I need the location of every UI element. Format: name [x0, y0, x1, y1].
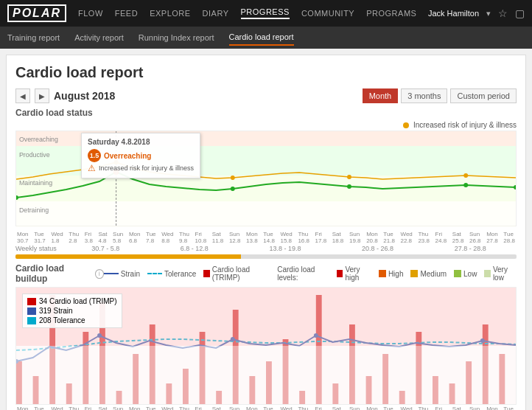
levels-label: Cardio load levels: [277, 265, 329, 282]
chart-legend: Increased risk of injury & illness [15, 121, 517, 129]
nav-diary[interactable]: DIARY [203, 9, 229, 18]
svg-text:Detraining: Detraining [19, 206, 49, 214]
polar-logo: POLAR [7, 4, 66, 22]
injury-risk-dot [403, 122, 409, 128]
tooltip-badge: 1.5 [88, 149, 101, 162]
low-zone-bg [16, 346, 516, 404]
three-months-button[interactable]: 3 months [401, 88, 447, 103]
cardio-load-value: 34 Cardio load (TRIMP) [27, 297, 117, 305]
sub-nav-activity[interactable]: Activity report [74, 30, 124, 45]
sub-nav-running[interactable]: Running Index report [139, 30, 214, 45]
svg-point-16 [463, 183, 468, 187]
sub-nav-cardio[interactable]: Cardio load report [229, 29, 294, 46]
buildup-header: Cardio load buildup i Strain Tolerance C… [15, 263, 517, 284]
tolerance-legend: Tolerance [147, 270, 196, 278]
buildup-legend: Strain Tolerance Cardio load (TRIMP) Car… [104, 265, 517, 282]
cardio-status-chart: Overreaching Productive Maintaining Detr… [15, 131, 517, 226]
svg-text:Productive: Productive [19, 151, 50, 159]
star-icon[interactable]: ☆ [498, 7, 508, 19]
cardio-load-label: Cardio load (TRIMP) [212, 265, 270, 282]
svg-point-15 [347, 184, 351, 189]
tolerance-label: Tolerance [164, 270, 196, 278]
svg-point-11 [463, 173, 468, 178]
nav-left: POLAR FLOW FEED EXPLORE DIARY PROGRESS C… [7, 4, 416, 22]
buildup-title-row: Cardio load buildup i [15, 263, 104, 284]
period-buttons: Month 3 months Custom period [363, 88, 517, 103]
svg-rect-2 [16, 176, 516, 201]
cardio-load-color [27, 298, 36, 305]
tolerance-value: 208 Tolerance [27, 316, 117, 324]
nav-community[interactable]: COMMUNITY [301, 9, 354, 18]
medium-legend: Medium [410, 270, 447, 278]
warning-icon: ⚠ [88, 163, 96, 173]
cardio-status-label: Cardio load status [15, 108, 517, 118]
cardio-load-value-label: 34 Cardio load (TRIMP) [39, 297, 117, 305]
weekly-status-label: Weekly status [15, 245, 57, 252]
svg-rect-3 [16, 201, 516, 227]
tolerance-line-icon [147, 273, 162, 274]
low-icon [454, 270, 461, 277]
buildup-inline-legend: 34 Cardio load (TRIMP) 319 Strain 208 To… [22, 293, 122, 328]
page-title: Cardio load report [15, 64, 517, 81]
high-icon [379, 270, 386, 277]
tolerance-color [27, 317, 36, 324]
month-button[interactable]: Month [363, 88, 399, 103]
main-content: Cardio load report ◀ ▶ August 2018 Month… [6, 55, 526, 410]
buildup-title: Cardio load buildup [15, 263, 93, 284]
nav-flow[interactable]: FLOW [78, 9, 103, 18]
very-high-icon [337, 270, 343, 277]
very-high-legend: Very high [337, 265, 371, 282]
svg-text:Overreaching: Overreaching [19, 136, 58, 143]
cardio-load-legend: Cardio load (TRIMP) [203, 265, 270, 282]
low-legend: Low [454, 270, 477, 278]
nav-right: Jack Hamilton ▾ ☆ ▢ [428, 7, 525, 19]
low-label: Low [463, 270, 477, 278]
strain-color [27, 308, 36, 315]
nav-explore[interactable]: EXPLORE [150, 9, 190, 18]
buildup-chart: 34 Cardio load (TRIMP) 319 Strain 208 To… [15, 287, 517, 405]
tooltip-status: 1.5 Overreaching [88, 149, 194, 162]
strain-label: Strain [121, 270, 140, 278]
svg-text:Maintaining: Maintaining [19, 179, 52, 187]
svg-point-14 [231, 187, 235, 191]
weekly-status-row: Weekly status 30.7 - 5.8 6.8 - 12.8 13.8… [15, 245, 517, 252]
nav-programs[interactable]: PROGRAMS [366, 9, 416, 18]
medium-icon [410, 270, 418, 277]
tolerance-value-label: 208 Tolerance [39, 316, 85, 324]
svg-point-9 [231, 176, 235, 180]
very-low-icon [484, 270, 491, 277]
sub-nav: Training report Activity report Running … [0, 27, 532, 49]
month-controls: ◀ ▶ August 2018 Month 3 months Custom pe… [15, 88, 517, 103]
info-icon[interactable]: i [95, 269, 104, 279]
nav-feed[interactable]: FEED [115, 9, 138, 18]
chart-tooltip: Saturday 4.8.2018 1.5 Overreaching ⚠ Inc… [81, 133, 200, 178]
weekly-status-bar [15, 254, 517, 259]
high-label: High [388, 270, 404, 278]
strain-value: 319 Strain [27, 307, 117, 315]
strain-line-icon [104, 273, 119, 274]
x-axis-labels: Mon30.7 Tue31.7 Wed1.8 Thu2.8 Fri3.8 Sat… [15, 231, 517, 244]
injury-risk-label: Increased risk of injury & illness [413, 121, 517, 129]
sub-nav-training[interactable]: Training report [7, 30, 60, 45]
very-high-label: Very high [345, 265, 371, 282]
next-month-button[interactable]: ▶ [35, 88, 49, 103]
buildup-section: Cardio load buildup i Strain Tolerance C… [15, 263, 517, 410]
nav-progress[interactable]: PROGRESS [241, 7, 290, 19]
tooltip-date: Saturday 4.8.2018 [88, 138, 194, 146]
custom-period-button[interactable]: Custom period [450, 88, 517, 103]
medium-label: Medium [420, 270, 447, 278]
high-legend: High [379, 270, 404, 278]
week-ranges: 30.7 - 5.8 6.8 - 12.8 13.8 - 19.8 20.8 -… [61, 245, 517, 252]
very-low-legend: Very low [484, 265, 517, 282]
monitor-icon[interactable]: ▢ [515, 7, 525, 19]
prev-month-button[interactable]: ◀ [15, 88, 30, 103]
cardio-load-bar-icon [203, 270, 210, 277]
month-label: August 2018 [54, 90, 115, 102]
strain-legend: Strain [104, 270, 140, 278]
strain-value-label: 319 Strain [39, 307, 73, 315]
top-nav: POLAR FLOW FEED EXPLORE DIARY PROGRESS C… [0, 0, 532, 27]
buildup-x-axis: Mon30.7 Tue31.7 Wed1.8 Thu2.8 Fri3.8 Sat… [15, 406, 517, 410]
month-nav: ◀ ▶ August 2018 [15, 88, 115, 103]
user-name[interactable]: Jack Hamilton [428, 9, 479, 18]
user-dropdown-icon[interactable]: ▾ [486, 9, 491, 18]
